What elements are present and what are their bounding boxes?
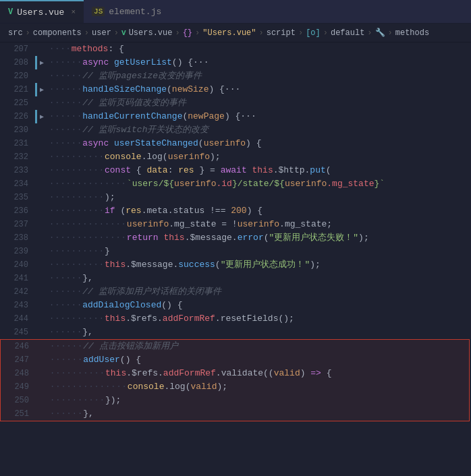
code-238: ··············return this.$message.error…: [47, 231, 471, 245]
fold-arrow-226[interactable]: ▶: [37, 110, 47, 123]
line-241: 241 ······},: [0, 272, 471, 285]
fold-arrow-232: [37, 150, 47, 164]
fold-arrow-248: [38, 367, 47, 380]
fold-arrow-239: [37, 245, 47, 258]
tab-close-users-vue[interactable]: ×: [71, 8, 76, 16]
line-250: 250 ··········});: [1, 394, 469, 407]
line-num-221: 221: [0, 83, 35, 96]
bc-str: "Users.vue": [202, 28, 256, 38]
tab-element-js[interactable]: JS element.js: [84, 0, 169, 23]
code-235: ··········);: [47, 191, 471, 204]
fold-arrow-207[interactable]: [37, 42, 47, 56]
code-251: ······},: [47, 407, 469, 421]
bc-script: script: [267, 28, 296, 38]
code-250: ··········});: [47, 394, 469, 407]
fold-arrow-208[interactable]: ▶: [37, 56, 47, 69]
code-237: ··············userinfo.mg_state = !useri…: [47, 218, 471, 231]
code-247: ······addUser() {: [47, 353, 469, 367]
tab-label-users-vue: Users.vue: [17, 7, 64, 18]
fold-arrow-225: [37, 96, 47, 110]
code-220: ······// 监听pagesize改变的事件: [47, 69, 471, 83]
line-num-237: 237: [0, 218, 35, 231]
fold-arrow-237: [37, 218, 47, 231]
line-num-243: 243: [0, 299, 35, 312]
highlight-region: 246 ······// 点击按钮添加新用户 247 ······addUser…: [0, 339, 470, 421]
fold-arrow-235: [37, 191, 47, 204]
vue-icon: V: [8, 7, 13, 17]
line-234: 234 ··············`users/${userinfo.id}/…: [0, 177, 471, 191]
line-num-234: 234: [0, 177, 35, 191]
fold-arrow-249: [38, 380, 47, 394]
breadcrumb: src › components › user › V Users.vue › …: [0, 24, 471, 42]
line-num-225: 225: [0, 96, 35, 110]
fold-arrow-233: [37, 164, 47, 177]
line-232: 232 ··········console.log(userinfo);: [0, 150, 471, 164]
line-num-239: 239: [0, 245, 35, 258]
bc-obj: {}: [183, 28, 192, 38]
code-225: ······// 监听页码值改变的事件: [47, 96, 471, 110]
line-249: 249 ··············console.log(valid);: [1, 380, 469, 394]
line-num-238: 238: [0, 231, 35, 245]
line-248: 248 ··········this.$refs.addFormRef.vali…: [1, 367, 469, 380]
bc-user: user: [92, 28, 111, 38]
line-num-208: 208: [0, 56, 35, 69]
bc-methods: methods: [395, 28, 429, 38]
line-236: 236 ··········if (res.meta.status !== 20…: [0, 204, 471, 218]
code-234: ··············`users/${userinfo.id}/stat…: [47, 177, 471, 191]
line-num-233: 233: [0, 164, 35, 177]
code-249: ··············console.log(valid);: [47, 380, 469, 394]
fold-arrow-251: [38, 407, 47, 421]
fold-arrow-230: [37, 123, 47, 137]
app-root: V Users.vue × JS element.js src › compon…: [0, 0, 471, 476]
line-226: 226 ▶ ······handleCurrentChange(newPage)…: [0, 110, 471, 123]
tab-users-vue[interactable]: V Users.vue ×: [0, 0, 84, 23]
line-225: 225 ······// 监听页码值改变的事件: [0, 96, 471, 110]
line-num-249: 249: [1, 380, 36, 394]
code-246: ······// 点击按钮添加新用户: [47, 340, 469, 353]
line-220: 220 ······// 监听pagesize改变的事件: [0, 69, 471, 83]
line-num-220: 220: [0, 69, 35, 83]
code-239: ··········}: [47, 245, 471, 258]
line-230: 230 ······// 监听switch开关状态的改变: [0, 123, 471, 137]
fold-arrow-246: [38, 340, 47, 353]
code-245: ······},: [47, 326, 471, 339]
line-num-236: 236: [0, 204, 35, 218]
line-num-226: 226: [0, 110, 35, 123]
line-242: 242 ······// 监听添加用户对话框的关闭事件: [0, 285, 471, 299]
line-num-247: 247: [1, 353, 36, 367]
fold-arrow-244: [37, 312, 47, 326]
fold-arrow-242: [37, 285, 47, 299]
code-207: ····methods: {: [47, 42, 471, 56]
line-num-232: 232: [0, 150, 35, 164]
editor: 207 ····methods: { 208 ▶ ······async get…: [0, 42, 471, 476]
line-245: 245 ······},: [0, 326, 471, 339]
line-num-230: 230: [0, 123, 35, 137]
fold-arrow-243: [37, 299, 47, 312]
fold-arrow-231: [37, 137, 47, 150]
fold-arrow-220: [37, 69, 47, 83]
code-241: ······},: [47, 272, 471, 285]
bc-wrench: 🔧: [375, 28, 385, 38]
bc-users-vue: Users.vue: [129, 28, 173, 38]
code-208: ······async getUserList() {···: [47, 56, 471, 69]
code-233: ··········const { data: res } = await th…: [47, 164, 471, 177]
line-208: 208 ▶ ······async getUserList() {···: [0, 56, 471, 69]
fold-arrow-245: [37, 326, 47, 339]
line-num-207: 207: [0, 42, 35, 56]
fold-arrow-247: [38, 353, 47, 367]
code-230: ······// 监听switch开关状态的改变: [47, 123, 471, 137]
bc-default: default: [331, 28, 364, 38]
line-num-242: 242: [0, 285, 35, 299]
line-243: 243 ······addDialogClosed() {: [0, 299, 471, 312]
line-num-235: 235: [0, 191, 35, 204]
line-235: 235 ··········);: [0, 191, 471, 204]
bc-src: src: [8, 28, 23, 38]
code-243: ······addDialogClosed() {: [47, 299, 471, 312]
line-231: 231 ······async userStateChanged(userinf…: [0, 137, 471, 150]
line-244: 244 ··········this.$refs.addFormRef.rese…: [0, 312, 471, 326]
line-247: 247 ······addUser() {: [1, 353, 469, 367]
line-240: 240 ··········this.$message.success("更新用…: [0, 258, 471, 272]
code-244: ··········this.$refs.addFormRef.resetFie…: [47, 312, 471, 326]
line-num-250: 250: [1, 394, 36, 407]
fold-arrow-221[interactable]: ▶: [37, 83, 47, 96]
